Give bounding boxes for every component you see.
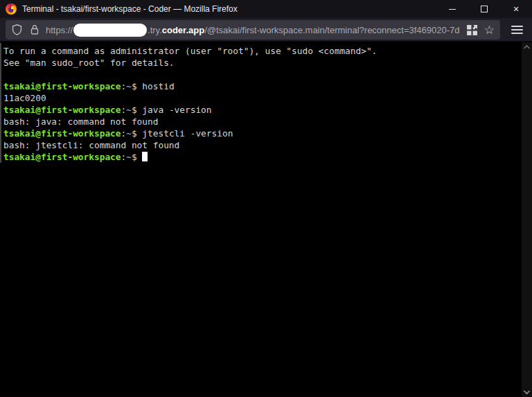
terminal-line: bash: jtestcli: command not found [3,139,532,151]
terminal-text-segment: tsakai@first-workspace [3,152,121,162]
terminal-text-segment: jtestcli -version [142,128,233,139]
lock-icon[interactable] [30,24,39,35]
maximize-button[interactable] [468,0,500,18]
terminal-text-segment: ~ [126,81,132,91]
terminal[interactable]: To run a command as administrator (user … [0,42,532,397]
terminal-text-segment: hostid [142,81,174,91]
menu-button[interactable] [508,24,525,36]
close-icon: ✕ [513,6,519,13]
terminal-text-segment: $ [132,128,142,139]
terminal-text-segment: $ [132,105,142,115]
terminal-text-segment: ~ [126,152,132,162]
terminal-text-segment: bash: jtestcli: command not found [3,140,179,150]
shield-icon[interactable] [11,24,23,36]
terminal-cursor [142,152,148,161]
window-title: Terminal - tsakai/first-workspace - Code… [22,4,436,14]
terminal-left-edge [0,43,1,163]
terminal-line: tsakai@first-workspace:~$ java -version [3,104,532,116]
terminal-text-segment: ~ [126,128,132,139]
grid-icon[interactable] [466,24,478,36]
terminal-line: See "man sudo_root" for details. [3,57,532,69]
minimize-icon [449,9,456,10]
chevron-down-icon[interactable] [523,389,531,395]
close-button[interactable]: ✕ [500,0,532,18]
terminal-text-segment: tsakai@first-workspace [3,105,121,115]
url-subdomain-suffix: .try. [148,25,162,35]
window-controls: ✕ [436,0,532,18]
terminal-line: tsakai@first-workspace:~$ hostid [3,80,532,92]
terminal-text-segment: java -version [142,105,211,115]
url-text: https:// .try. coder.app /@tsakai/first-… [46,24,460,37]
url-domain: coder.app [162,25,204,35]
chevron-up-icon[interactable] [523,44,531,50]
terminal-text-segment: $ [132,81,142,91]
terminal-line: To run a command as administrator (user … [3,45,532,57]
terminal-line: tsakai@first-workspace:~$ [3,151,532,163]
terminal-text-segment: ~ [126,105,132,115]
url-scheme: https:// [46,25,73,35]
maximize-icon [481,6,488,12]
bookmark-star-icon[interactable]: ☆ [484,24,495,36]
url-redaction-overlay [73,24,147,37]
menu-icon [511,26,523,27]
terminal-line: 11ac0200 [3,92,532,104]
terminal-text-segment: See "man sudo_root" for details. [3,58,175,68]
terminal-output: To run a command as administrator (user … [3,45,532,163]
terminal-text-segment: To run a command as administrator (user … [3,46,377,56]
terminal-text-segment: bash: java: command not found [3,116,158,127]
terminal-text-segment: $ [132,152,142,162]
terminal-line [3,69,532,80]
terminal-line: tsakai@first-workspace:~$ jtestcli -vers… [3,127,532,139]
url-path: /@tsakai/first-workspace.main/terminal?r… [204,25,460,35]
window-titlebar: Terminal - tsakai/first-workspace - Code… [0,0,532,18]
terminal-text-segment: tsakai@first-workspace [3,81,121,91]
url-bar[interactable]: https:// .try. coder.app /@tsakai/first-… [6,20,500,39]
terminal-text-segment: tsakai@first-workspace [3,128,121,139]
minimize-button[interactable] [436,0,468,18]
browser-toolbar: https:// .try. coder.app /@tsakai/first-… [0,18,532,42]
terminal-text-segment: 11ac0200 [3,93,46,103]
terminal-scrollbar[interactable] [522,42,532,397]
star-icon: ☆ [484,24,495,36]
terminal-line: bash: java: command not found [3,116,532,127]
firefox-logo-icon [6,3,17,15]
